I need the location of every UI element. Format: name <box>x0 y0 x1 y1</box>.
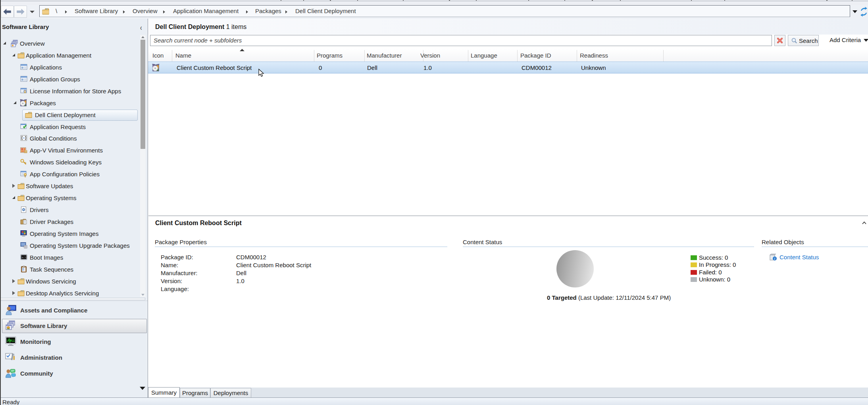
svg-text:c:\: c:\ <box>22 256 26 259</box>
svg-text:xv: xv <box>25 150 27 153</box>
